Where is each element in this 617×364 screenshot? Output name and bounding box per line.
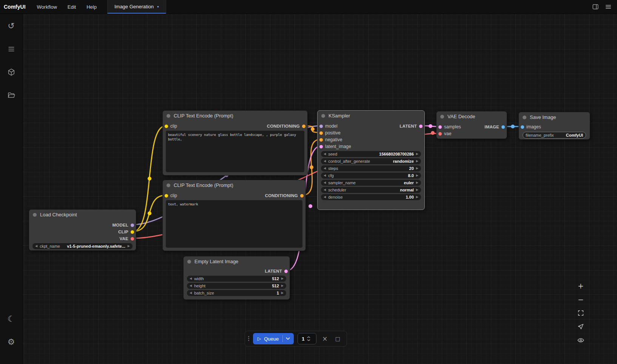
collapse-dot[interactable] <box>167 114 170 118</box>
latent-image-input-port[interactable] <box>319 145 323 148</box>
ckpt-name-widget[interactable]: ◀ ckpt_name v1-5-pruned-emaonly.safete..… <box>32 243 133 249</box>
zoom-out-button[interactable]: − <box>574 293 587 306</box>
prompt-textarea[interactable]: beautiful scenery nature glass bottle la… <box>166 131 304 172</box>
seed-widget[interactable]: ◀ seed 156680208700286 ▶ <box>321 151 421 157</box>
clear-queue-button[interactable]: × <box>320 333 329 344</box>
increment-icon[interactable]: ▶ <box>416 181 418 184</box>
node-header[interactable]: CLIP Text Encode (Prompt) <box>163 111 307 121</box>
collapse-dot[interactable] <box>523 116 526 119</box>
fit-view-button[interactable] <box>574 307 587 319</box>
node-header[interactable]: KSampler <box>318 111 424 121</box>
image-output-port[interactable] <box>501 125 505 129</box>
chevron-down-icon[interactable] <box>307 339 310 341</box>
collapse-dot[interactable] <box>321 114 325 118</box>
node-header[interactable]: CLIP Text Encode (Prompt) <box>163 180 305 190</box>
increment-icon[interactable]: ▶ <box>416 174 418 177</box>
decrement-icon[interactable]: ◀ <box>190 277 192 280</box>
chevron-up-icon[interactable] <box>307 336 310 338</box>
batch-count-input[interactable]: 1 <box>298 333 316 344</box>
decrement-icon[interactable]: ◀ <box>324 174 326 177</box>
decrement-icon[interactable]: ◀ <box>190 292 192 295</box>
vae-output-port[interactable] <box>131 237 134 241</box>
collapse-dot[interactable] <box>33 213 37 217</box>
increment-icon[interactable]: ▶ <box>416 153 418 156</box>
hamburger-icon <box>605 3 612 10</box>
scheduler-widget[interactable]: ◀ scheduler normal ▶ <box>321 187 421 193</box>
prompt-textarea[interactable]: text, watermark <box>166 200 302 248</box>
samples-input-port[interactable] <box>438 125 442 129</box>
node-header[interactable]: Load Checkpoint <box>29 210 136 220</box>
queue-button[interactable]: ▷ Queue <box>253 333 294 344</box>
collapse-dot[interactable] <box>167 184 170 187</box>
node-ksampler[interactable]: KSampler model LATENT positive negative … <box>317 110 425 210</box>
collapse-dot[interactable] <box>440 115 444 119</box>
cfg-widget[interactable]: ◀ cfg 8.0 ▶ <box>321 173 421 179</box>
decrement-icon[interactable]: ◀ <box>324 153 326 156</box>
toggle-panel-button[interactable] <box>590 2 601 12</box>
clip-output-port[interactable] <box>131 230 134 234</box>
images-input-port[interactable] <box>521 125 524 129</box>
select-mode-button[interactable] <box>574 320 587 333</box>
collapse-dot[interactable] <box>187 260 191 264</box>
drag-handle[interactable] <box>248 336 249 341</box>
node-header[interactable]: Save Image <box>519 112 590 122</box>
node-clip-text-encode-positive[interactable]: CLIP Text Encode (Prompt) clip CONDITION… <box>162 110 308 176</box>
node-load-checkpoint[interactable]: Load Checkpoint MODEL CLIP VAE ◀ ckpt_na… <box>29 209 136 251</box>
widget-value: v1-5-pruned-emaonly.safete... <box>67 244 125 248</box>
latent-output-port[interactable] <box>419 125 423 128</box>
vae-input-port[interactable] <box>438 132 442 136</box>
latent-output-port[interactable] <box>284 270 288 273</box>
decrement-icon[interactable]: ◀ <box>35 245 37 248</box>
stop-button[interactable]: □ <box>333 333 342 344</box>
sidebar-item-history[interactable]: ↺ <box>4 19 19 34</box>
node-header[interactable]: VAE Decode <box>437 111 507 122</box>
sampler-name-widget[interactable]: ◀ sampler_name euler ▶ <box>321 180 421 186</box>
model-output-port[interactable] <box>131 224 134 227</box>
decrement-icon[interactable]: ◀ <box>324 196 326 199</box>
increment-icon[interactable]: ▶ <box>416 188 418 191</box>
toggle-link-visibility-button[interactable] <box>574 334 587 347</box>
filename-prefix-widget[interactable]: filename_prefix ComfyUI <box>523 132 586 139</box>
increment-icon[interactable]: ▶ <box>281 284 284 287</box>
increment-icon[interactable]: ▶ <box>281 292 284 295</box>
increment-icon[interactable]: ▶ <box>416 160 418 163</box>
node-save-image[interactable]: Save Image images filename_prefix ComfyU… <box>518 112 590 140</box>
negative-input-port[interactable] <box>319 138 323 142</box>
steps-widget[interactable]: ◀ steps 20 ▶ <box>321 165 421 171</box>
increment-icon[interactable]: ▶ <box>416 167 418 170</box>
node-clip-text-encode-negative[interactable]: CLIP Text Encode (Prompt) clip CONDITION… <box>162 180 306 251</box>
sidebar-item-queue[interactable] <box>4 42 19 57</box>
conditioning-output-port[interactable] <box>302 125 305 128</box>
node-header[interactable]: Empty Latent Image <box>184 256 290 267</box>
menu-edit[interactable]: Edit <box>62 0 81 14</box>
tab-image-generation[interactable]: Image Generation ● <box>107 0 166 14</box>
menu-help[interactable]: Help <box>81 0 102 14</box>
clip-input-port[interactable] <box>165 125 168 128</box>
menu-workflow[interactable]: Workflow <box>32 0 62 14</box>
zoom-in-button[interactable]: + <box>574 279 587 292</box>
decrement-icon[interactable]: ◀ <box>324 160 326 163</box>
decrement-icon[interactable]: ◀ <box>324 188 326 191</box>
clip-input-port[interactable] <box>165 194 168 197</box>
node-empty-latent-image[interactable]: Empty Latent Image LATENT ◀ width 512 ▶ … <box>183 256 290 300</box>
sidebar-item-model-library[interactable] <box>4 65 19 80</box>
denoise-widget[interactable]: ◀ denoise 1.00 ▶ <box>321 194 421 200</box>
increment-icon[interactable]: ▶ <box>416 196 418 199</box>
increment-icon[interactable]: ▶ <box>128 245 130 248</box>
conditioning-output-port[interactable] <box>300 194 304 197</box>
width-widget[interactable]: ◀ width 512 ▶ <box>187 276 286 282</box>
theme-toggle-button[interactable]: ☾ <box>4 312 19 327</box>
control-after-generate-widget[interactable]: ◀ control_after_generate randomize ▶ <box>321 158 421 164</box>
sidebar-item-workflows[interactable] <box>4 88 19 103</box>
positive-input-port[interactable] <box>319 131 323 135</box>
main-menu-button[interactable] <box>603 2 614 12</box>
decrement-icon[interactable]: ◀ <box>324 181 326 184</box>
increment-icon[interactable]: ▶ <box>281 277 284 280</box>
batch-size-widget[interactable]: ◀ batch_size 1 ▶ <box>187 290 286 296</box>
node-vae-decode[interactable]: VAE Decode samples IMAGE vae <box>436 111 507 139</box>
decrement-icon[interactable]: ◀ <box>324 167 326 170</box>
decrement-icon[interactable]: ◀ <box>190 284 192 287</box>
settings-button[interactable]: ⚙ <box>4 335 19 350</box>
model-input-port[interactable] <box>319 125 323 128</box>
height-widget[interactable]: ◀ height 512 ▶ <box>187 283 286 289</box>
